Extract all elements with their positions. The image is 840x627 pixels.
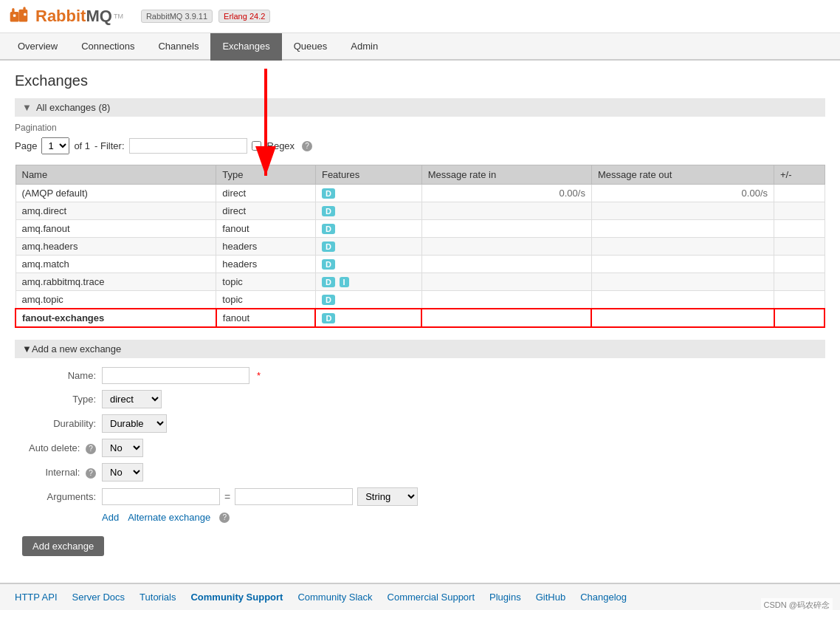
auto-delete-row: Auto delete: ? No Yes: [15, 439, 825, 457]
type-select[interactable]: direct fanout headers topic: [102, 390, 162, 408]
col-name: Name: [16, 165, 216, 185]
exchange-actions: [774, 256, 825, 273]
arg-type-select[interactable]: String Number Boolean: [357, 487, 418, 506]
rate-in: [421, 291, 591, 309]
durability-select[interactable]: Durable Transient: [102, 414, 167, 433]
alternate-exchange-link[interactable]: Alternate exchange: [128, 512, 210, 523]
exchange-features: D: [315, 220, 421, 238]
logo-tm: TM: [114, 13, 123, 20]
exchange-actions: [774, 309, 825, 327]
of-label: of 1: [74, 140, 90, 151]
arg-key-input[interactable]: [102, 488, 220, 505]
footer-community-support[interactable]: Community Support: [190, 592, 283, 603]
footer-http-api[interactable]: HTTP API: [15, 592, 58, 603]
exchange-actions: [774, 273, 825, 291]
alternate-exchange-help-icon[interactable]: ?: [219, 513, 230, 523]
exchanges-table-container: Name Type Features Message rate in Messa…: [15, 165, 825, 328]
exchange-name[interactable]: amq.match: [16, 256, 216, 273]
add-args-row: Add Alternate exchange ?: [15, 512, 825, 523]
all-exchanges-section-header[interactable]: ▼ All exchanges (8): [15, 98, 825, 117]
rate-out: [591, 256, 774, 273]
page-label: Page: [15, 140, 37, 151]
footer: HTTP API Server Docs Tutorials Community…: [0, 583, 840, 610]
exchange-actions: [774, 220, 825, 238]
exchange-name-input[interactable]: [102, 367, 249, 384]
page-select[interactable]: 1: [41, 137, 69, 154]
internal-help-icon[interactable]: ?: [86, 468, 96, 479]
name-label: Name:: [15, 370, 96, 381]
all-exchanges-label: All exchanges (8): [36, 102, 110, 113]
exchange-features: D: [315, 202, 421, 220]
exchange-name[interactable]: amq.rabbitmq.trace: [16, 273, 216, 291]
logo-icon: [9, 6, 32, 27]
add-section-arrow: ▼: [22, 343, 32, 354]
regex-label: Regex: [267, 140, 295, 151]
type-row: Type: direct fanout headers topic: [15, 390, 825, 408]
nav-connections[interactable]: Connections: [69, 33, 146, 61]
exchange-features: D: [315, 238, 421, 256]
add-section-label: Add a new exchange: [32, 343, 121, 354]
nav-queues[interactable]: Queues: [282, 33, 340, 61]
type-label: Type:: [15, 394, 96, 405]
exchange-type: headers: [216, 256, 316, 273]
filter-label: - Filter:: [94, 140, 124, 151]
exchange-type: direct: [216, 185, 316, 202]
footer-server-docs[interactable]: Server Docs: [72, 592, 125, 603]
nav-channels[interactable]: Channels: [146, 33, 210, 61]
col-features: Features: [315, 165, 421, 185]
exchange-actions: [774, 185, 825, 202]
exchanges-table: Name Type Features Message rate in Messa…: [15, 165, 825, 328]
rate-out: 0.00/s: [591, 185, 774, 202]
exchange-name[interactable]: amq.headers: [16, 238, 216, 256]
footer-github[interactable]: GitHub: [536, 592, 565, 603]
nav-admin[interactable]: Admin: [339, 33, 390, 61]
auto-delete-select[interactable]: No Yes: [102, 439, 143, 457]
exchange-name[interactable]: amq.direct: [16, 202, 216, 220]
internal-select[interactable]: No Yes: [102, 463, 143, 482]
footer-changelog[interactable]: Changelog: [580, 592, 627, 603]
regex-help-icon[interactable]: ?: [302, 141, 312, 151]
rate-out: [591, 309, 774, 327]
exchange-name[interactable]: amq.fanout: [16, 220, 216, 238]
arguments-row: Arguments: = String Number Boolean: [15, 487, 825, 506]
nav-overview[interactable]: Overview: [6, 33, 69, 61]
svg-rect-4: [13, 14, 16, 16]
svg-rect-5: [24, 13, 26, 16]
erlang-version: Erlang 24.2: [218, 10, 270, 23]
table-row: amq.direct direct D: [16, 202, 824, 220]
table-row: amq.fanout fanout D: [16, 220, 824, 238]
nav-exchanges[interactable]: Exchanges: [210, 33, 281, 61]
filter-input[interactable]: [129, 138, 247, 154]
footer-plugins[interactable]: Plugins: [489, 592, 521, 603]
exchange-type: topic: [216, 291, 316, 309]
auto-delete-help-icon[interactable]: ?: [86, 444, 96, 454]
exchange-name[interactable]: amq.topic: [16, 291, 216, 309]
rate-in: [421, 309, 591, 327]
rate-in: [421, 273, 591, 291]
pagination-label: Pagination: [15, 123, 825, 133]
footer-tutorials[interactable]: Tutorials: [140, 592, 176, 603]
feature-d-badge: D: [322, 277, 335, 287]
footer-commercial-support[interactable]: Commercial Support: [388, 592, 475, 603]
add-argument-button[interactable]: Add: [102, 512, 119, 523]
add-section-header[interactable]: ▼ Add a new exchange: [15, 340, 825, 358]
exchange-name[interactable]: (AMQP default): [16, 185, 216, 202]
regex-checkbox[interactable]: [252, 141, 261, 151]
highlighted-exchange-row: fanout-exchanges fanout D: [16, 309, 824, 327]
col-actions: +/-: [774, 165, 825, 185]
durability-row: Durability: Durable Transient: [15, 414, 825, 433]
arg-value-input[interactable]: [235, 488, 353, 505]
table-row: (AMQP default) direct D 0.00/s 0.00/s: [16, 185, 824, 202]
feature-d-badge: D: [322, 259, 335, 270]
exchange-name[interactable]: fanout-exchanges: [16, 309, 216, 327]
watermark: CSDN @码农碎念: [761, 598, 833, 610]
table-row: amq.rabbitmq.trace topic D I: [16, 273, 824, 291]
add-exchange-button[interactable]: Add exchange: [22, 536, 104, 556]
internal-label: Internal: ?: [15, 467, 96, 479]
exchange-actions: [774, 291, 825, 309]
required-indicator: *: [257, 370, 261, 381]
header: RabbitMQ TM RabbitMQ 3.9.11 Erlang 24.2: [0, 0, 840, 33]
exchange-type: fanout: [216, 309, 316, 327]
equals-sign: =: [224, 491, 230, 503]
footer-community-slack[interactable]: Community Slack: [297, 592, 372, 603]
